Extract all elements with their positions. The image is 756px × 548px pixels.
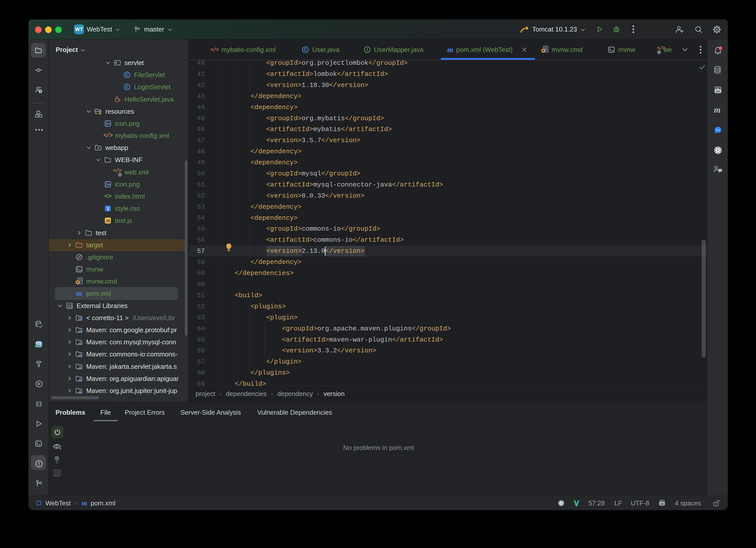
svg-text:I: I xyxy=(367,48,368,52)
svg-text:?: ? xyxy=(39,89,41,93)
svg-text:3: 3 xyxy=(107,206,109,211)
svg-text:C: C xyxy=(125,73,129,77)
svg-text:JS: JS xyxy=(106,219,110,223)
svg-text:C: C xyxy=(125,85,129,89)
svg-text:C: C xyxy=(304,48,307,52)
